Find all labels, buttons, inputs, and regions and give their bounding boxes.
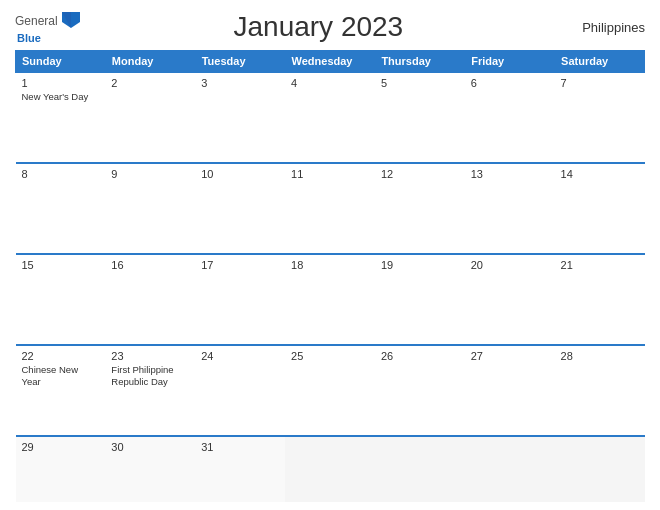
calendar-page: General Blue January 2023 Philippines Su… — [0, 0, 660, 510]
day-number: 10 — [201, 168, 279, 180]
country-label: Philippines — [555, 20, 645, 35]
calendar-day-cell: 25 — [285, 345, 375, 436]
calendar-day-cell: 21 — [555, 254, 645, 345]
calendar-day-cell: 29 — [16, 436, 106, 502]
calendar-week-row: 15161718192021 — [16, 254, 645, 345]
calendar-day-cell: 19 — [375, 254, 465, 345]
day-number: 30 — [111, 441, 189, 453]
calendar-day-cell: 12 — [375, 163, 465, 254]
calendar-day-cell: 4 — [285, 72, 375, 163]
calendar-day-cell: 8 — [16, 163, 106, 254]
calendar-day-cell: 5 — [375, 72, 465, 163]
day-number: 23 — [111, 350, 189, 362]
calendar-day-cell: 14 — [555, 163, 645, 254]
calendar-day-cell: 1New Year's Day — [16, 72, 106, 163]
day-number: 27 — [471, 350, 549, 362]
day-number: 14 — [561, 168, 639, 180]
calendar-day-cell — [285, 436, 375, 502]
day-number: 16 — [111, 259, 189, 271]
event-label: Chinese New Year — [22, 364, 100, 387]
day-number: 26 — [381, 350, 459, 362]
header-monday: Monday — [105, 51, 195, 73]
calendar-week-row: 293031 — [16, 436, 645, 502]
header-tuesday: Tuesday — [195, 51, 285, 73]
calendar-week-row: 891011121314 — [16, 163, 645, 254]
day-number: 5 — [381, 77, 459, 89]
calendar-day-cell: 11 — [285, 163, 375, 254]
day-number: 11 — [291, 168, 369, 180]
calendar-day-cell: 13 — [465, 163, 555, 254]
logo: General Blue — [15, 10, 82, 44]
day-number: 25 — [291, 350, 369, 362]
day-number: 8 — [22, 168, 100, 180]
day-number: 22 — [22, 350, 100, 362]
day-number: 13 — [471, 168, 549, 180]
calendar-day-cell: 10 — [195, 163, 285, 254]
day-number: 6 — [471, 77, 549, 89]
calendar-day-cell: 9 — [105, 163, 195, 254]
day-number: 1 — [22, 77, 100, 89]
day-number: 28 — [561, 350, 639, 362]
day-number: 24 — [201, 350, 279, 362]
day-number: 7 — [561, 77, 639, 89]
header-wednesday: Wednesday — [285, 51, 375, 73]
day-number: 12 — [381, 168, 459, 180]
day-number: 18 — [291, 259, 369, 271]
day-number: 4 — [291, 77, 369, 89]
logo-blue-text: Blue — [17, 32, 41, 44]
calendar-day-cell: 2 — [105, 72, 195, 163]
calendar-day-cell — [375, 436, 465, 502]
calendar-week-row: 1New Year's Day234567 — [16, 72, 645, 163]
day-number: 21 — [561, 259, 639, 271]
calendar-day-cell: 15 — [16, 254, 106, 345]
calendar-day-cell — [465, 436, 555, 502]
calendar-day-cell: 23First Philippine Republic Day — [105, 345, 195, 436]
event-label: New Year's Day — [22, 91, 100, 102]
weekday-header-row: Sunday Monday Tuesday Wednesday Thursday… — [16, 51, 645, 73]
calendar-day-cell — [555, 436, 645, 502]
calendar-day-cell: 7 — [555, 72, 645, 163]
calendar-day-cell: 17 — [195, 254, 285, 345]
header-thursday: Thursday — [375, 51, 465, 73]
day-number: 2 — [111, 77, 189, 89]
day-number: 15 — [22, 259, 100, 271]
calendar-day-cell: 6 — [465, 72, 555, 163]
day-number: 19 — [381, 259, 459, 271]
calendar-table: Sunday Monday Tuesday Wednesday Thursday… — [15, 50, 645, 502]
calendar-day-cell: 16 — [105, 254, 195, 345]
header-friday: Friday — [465, 51, 555, 73]
day-number: 31 — [201, 441, 279, 453]
day-number: 29 — [22, 441, 100, 453]
logo-general-text: General — [15, 14, 58, 28]
calendar-week-row: 22Chinese New Year23First Philippine Rep… — [16, 345, 645, 436]
header: General Blue January 2023 Philippines — [15, 10, 645, 44]
calendar-day-cell: 26 — [375, 345, 465, 436]
calendar-day-cell: 22Chinese New Year — [16, 345, 106, 436]
calendar-day-cell: 28 — [555, 345, 645, 436]
header-saturday: Saturday — [555, 51, 645, 73]
event-label: First Philippine Republic Day — [111, 364, 189, 387]
day-number: 20 — [471, 259, 549, 271]
day-number: 9 — [111, 168, 189, 180]
logo-icon — [60, 10, 82, 32]
calendar-title: January 2023 — [82, 11, 555, 43]
header-sunday: Sunday — [16, 51, 106, 73]
calendar-day-cell: 27 — [465, 345, 555, 436]
calendar-day-cell: 31 — [195, 436, 285, 502]
calendar-day-cell: 30 — [105, 436, 195, 502]
calendar-day-cell: 24 — [195, 345, 285, 436]
calendar-day-cell: 3 — [195, 72, 285, 163]
day-number: 17 — [201, 259, 279, 271]
day-number: 3 — [201, 77, 279, 89]
calendar-day-cell: 20 — [465, 254, 555, 345]
calendar-day-cell: 18 — [285, 254, 375, 345]
